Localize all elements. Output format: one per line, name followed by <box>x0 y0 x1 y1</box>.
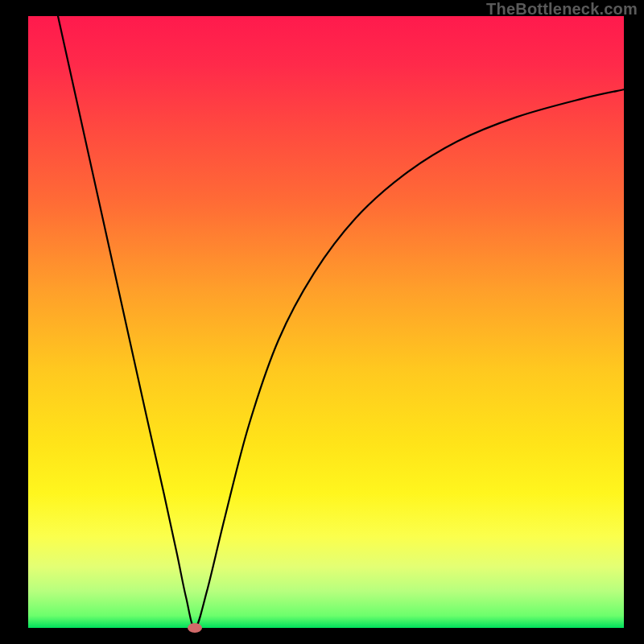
plot-area <box>28 16 624 628</box>
bottleneck-curve <box>58 16 624 628</box>
min-marker <box>188 623 202 633</box>
curve-svg <box>28 16 624 628</box>
chart-frame: TheBottleneck.com <box>0 0 644 644</box>
